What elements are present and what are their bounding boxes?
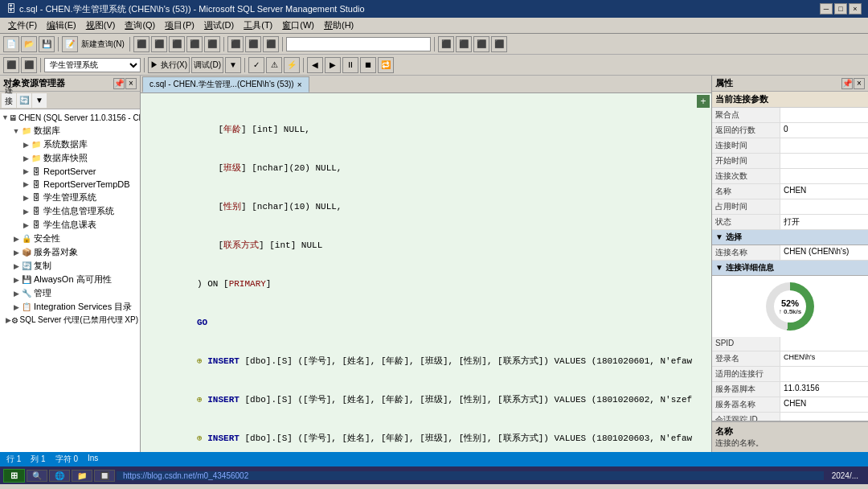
menu-project[interactable]: 项目(P) xyxy=(160,18,199,33)
tree-item-student-mgmt[interactable]: ▶ 🗄 学生管理系统 xyxy=(2,191,138,204)
tree-view[interactable]: ▼ 🖥 CHEN (SQL Server 11.0.3156 - CHEN\ ▼… xyxy=(0,109,140,452)
tree-toggle-server[interactable]: ▼ xyxy=(2,113,9,122)
tab-main[interactable]: c.sql - CHEN.学生管理...(CHEN\h's (53)) × xyxy=(142,76,309,92)
cancel-button[interactable]: ▼ xyxy=(225,57,241,73)
menu-debug[interactable]: 调试(D) xyxy=(199,18,239,33)
search-taskbar-button[interactable]: 🔍 xyxy=(27,470,47,482)
toolbar-btn-5[interactable]: ⬛ xyxy=(169,36,185,52)
toolbar-btn-14[interactable]: ⬛ xyxy=(491,36,507,52)
url-bar[interactable]: https://blog.csdn.net/m0_43456002 xyxy=(117,471,824,480)
tree-toggle-sm[interactable]: ▶ xyxy=(21,193,31,203)
new-query-label[interactable]: 新建查询(N) xyxy=(80,39,126,50)
replay-button[interactable]: 🔁 xyxy=(378,57,394,73)
close-button[interactable]: × xyxy=(849,3,862,14)
tree-item-ssis[interactable]: ▶ 📋 Integration Services 目录 xyxy=(2,300,138,314)
parse-button[interactable]: ✓ xyxy=(248,57,264,73)
filter-button[interactable]: ▼ xyxy=(32,93,47,108)
tree-item-server-objects[interactable]: ▶ 📦 服务器对象 xyxy=(2,245,138,259)
toolbar-btn-13[interactable]: ⬛ xyxy=(473,36,489,52)
tree-item-replication[interactable]: ▶ 🔄 复制 xyxy=(2,259,138,273)
tree-toggle-ssis[interactable]: ▶ xyxy=(11,302,21,312)
tree-toggle-sysdb[interactable]: ▶ xyxy=(21,140,31,150)
stop-button[interactable]: ⏹ xyxy=(360,57,376,73)
props-row-connrows: 适用的连接行 xyxy=(712,367,868,382)
tree-toggle-mgmt[interactable]: ▶ xyxy=(11,289,21,298)
step-back-button[interactable]: ◀ xyxy=(307,57,323,73)
menu-view[interactable]: 视图(V) xyxy=(81,18,121,33)
tree-toggle-so[interactable]: ▶ xyxy=(11,248,21,257)
panel-close-button[interactable]: × xyxy=(125,78,137,89)
menu-help[interactable]: 帮助(H) xyxy=(319,18,358,33)
toolbar-btn-3[interactable]: ⬛ xyxy=(133,36,149,52)
tree-item-management[interactable]: ▶ 🔧 管理 xyxy=(2,286,138,300)
pause-button[interactable]: ⏸ xyxy=(342,57,358,73)
props-key-svrname: 服务器名称 xyxy=(712,397,780,412)
tree-toggle-ao[interactable]: ▶ xyxy=(11,275,21,285)
warn-button[interactable]: ⚠ xyxy=(266,57,282,73)
minimize-button[interactable]: ─ xyxy=(820,3,833,14)
props-pin-button[interactable]: 📌 xyxy=(841,78,853,89)
toolbar-btn-4[interactable]: ⬛ xyxy=(151,36,167,52)
query-plan-button[interactable]: ⚡ xyxy=(284,57,300,73)
toolbar-btn-8[interactable]: ⬛ xyxy=(227,36,244,52)
maximize-button[interactable]: □ xyxy=(834,3,847,14)
new-query-button[interactable]: 📄 xyxy=(3,36,19,52)
tree-item-sysdb[interactable]: ▶ 📁 系统数据库 xyxy=(2,138,138,151)
add-column-button[interactable]: + xyxy=(697,95,710,108)
menu-file[interactable]: 文件(F) xyxy=(3,18,42,33)
tab-main-close[interactable]: × xyxy=(297,80,302,89)
tree-item-snapshot[interactable]: ▶ 📁 数据库快照 xyxy=(2,151,138,165)
app-taskbar-button[interactable]: 🔲 xyxy=(94,470,115,482)
toolbar-btn-6[interactable]: ⬛ xyxy=(186,36,203,52)
sql-editor[interactable]: + [年龄] [int] NULL, [班级] [nchar](20) NULL… xyxy=(141,93,711,452)
explorer-taskbar-button[interactable]: 📁 xyxy=(72,470,92,482)
menu-edit[interactable]: 编辑(E) xyxy=(42,18,81,33)
tree-toggle-rst[interactable]: ▶ xyxy=(21,179,31,189)
toolbar-btn-11[interactable]: ⬛ xyxy=(438,36,454,52)
tree-item-reportserver[interactable]: ▶ 🗄 ReportServer xyxy=(2,165,138,178)
tree-item-databases[interactable]: ▼ 📁 数据库 xyxy=(2,124,138,138)
server-objects-label: 服务器对象 xyxy=(34,246,78,258)
menu-window[interactable]: 窗口(W) xyxy=(277,18,319,33)
tree-toggle-security[interactable]: ▶ xyxy=(11,234,21,244)
execute-button[interactable]: ▶ 执行(X) xyxy=(148,57,190,73)
props-close-button[interactable]: × xyxy=(854,78,865,89)
tree-item-security[interactable]: ▶ 🔒 安全性 xyxy=(2,232,138,245)
tree-item-sqlagent[interactable]: ▶ ⚙ SQL Server 代理(已禁用代理 XP) xyxy=(2,314,138,327)
tree-toggle-sc[interactable]: ▶ xyxy=(21,220,31,230)
tree-toggle-rs[interactable]: ▶ xyxy=(21,166,31,176)
tree-toggle-db[interactable]: ▼ xyxy=(11,126,21,136)
browser-taskbar-button[interactable]: 🌐 xyxy=(49,470,70,482)
tree-toggle-si[interactable]: ▶ xyxy=(21,207,31,216)
toolbar-btn-7[interactable]: ⬛ xyxy=(204,36,220,52)
tree-toggle-rep[interactable]: ▶ xyxy=(11,261,21,271)
save-button[interactable]: 💾 xyxy=(39,36,55,52)
toolbar-btn-12[interactable]: ⬛ xyxy=(456,36,472,52)
db-connect-button[interactable]: ⬛ xyxy=(3,57,19,73)
step-fwd-button[interactable]: ▶ xyxy=(325,57,341,73)
tree-item-alwayson[interactable]: ▶ 💾 AlwaysOn 高可用性 xyxy=(2,273,138,286)
tree-item-student-course[interactable]: ▶ 🗄 学生信息课表 xyxy=(2,218,138,232)
tree-item-student-info[interactable]: ▶ 🗄 学生信息管理系统 xyxy=(2,204,138,218)
debug-button[interactable]: 调试(D) xyxy=(191,57,223,73)
database-selector[interactable]: 学生管理系统 xyxy=(44,58,141,72)
refresh-button[interactable]: 🔄 xyxy=(17,93,31,108)
toolbar-btn-10[interactable]: ⬛ xyxy=(263,36,279,52)
status-left: 行 1 列 1 字符 0 Ins xyxy=(6,454,98,465)
tree-item-server[interactable]: ▼ 🖥 CHEN (SQL Server 11.0.3156 - CHEN\ xyxy=(2,111,138,124)
tree-item-reportservertemp[interactable]: ▶ 🗄 ReportServerTempDB xyxy=(2,178,138,191)
tree-toggle-agent[interactable]: ▶ xyxy=(6,315,11,325)
menu-query[interactable]: 查询(Q) xyxy=(120,18,160,33)
props-row-svrname: 服务器名称 CHEN xyxy=(712,397,868,413)
connect-button[interactable]: 连接▼ xyxy=(2,93,16,108)
open-button[interactable]: 📂 xyxy=(21,36,37,52)
menu-tools[interactable]: 工具(T) xyxy=(239,18,277,33)
panel-title-buttons: 📌 × xyxy=(113,78,137,89)
toolbar-btn-9[interactable]: ⬛ xyxy=(245,36,261,52)
panel-pin-button[interactable]: 📌 xyxy=(113,78,125,89)
new-query2-button[interactable]: 📝 xyxy=(62,36,78,52)
tree-toggle-snapshot[interactable]: ▶ xyxy=(21,154,31,163)
search-input[interactable] xyxy=(286,37,431,51)
db-disconnect-button[interactable]: ⬛ xyxy=(21,57,37,73)
start-button[interactable]: ⊞ xyxy=(3,469,25,483)
